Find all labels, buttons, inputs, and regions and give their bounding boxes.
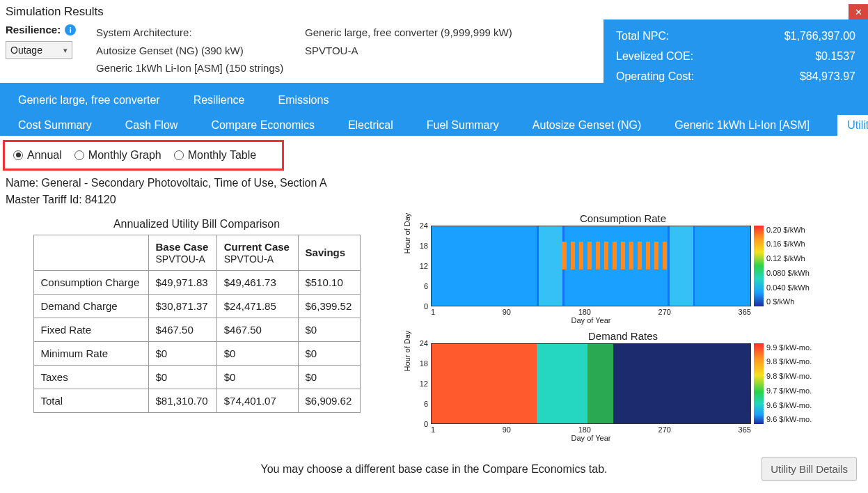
resilience-block: Resilience: i Outage [6,24,89,59]
radio-dot-icon [74,150,84,160]
op-value: $84,973.97 [800,67,855,87]
tab-generic-large-free-converter[interactable]: Generic large, free converter [13,90,166,111]
x-axis: 190180270365 [407,306,751,316]
x-axis: 190180270365 [407,424,751,434]
table-row: Minimum Rate$0$0$0 [33,341,360,365]
table-row: Total$81,310.70$74,401.07$6,909.62 [33,389,360,412]
tariff-name: Name: General - Secondary Photovoltaic, … [6,175,862,191]
heatmap-plot [431,343,751,424]
tab-generic-1kwh-li-ion-asm-[interactable]: Generic 1kWh Li-Ion [ASM] [669,115,815,136]
consumption-rate-chart: Consumption Rate Hour of Day 24181260 [407,212,839,324]
table-row: Demand Charge$30,871.37$24,471.85$6,399.… [33,294,360,318]
arch-line1a: Autosize Genset (NG) (390 kW) [96,42,305,60]
radio-monthly-table[interactable]: Monthly Table [174,149,256,162]
table-title: Annualized Utility Bill Comparison [7,218,386,230]
bill-comparison-table: Base CaseSPVTOU-A Current CaseSPVTOU-A S… [33,235,361,413]
tab-cost-summary[interactable]: Cost Summary [13,115,97,136]
close-button[interactable]: ✕ [849,4,868,19]
charts-block: Consumption Rate Hour of Day 24181260 [407,212,839,448]
legend: 0.20 $/kWh 0.16 $/kWh 0.12 $/kWh 0.080 $… [751,226,828,306]
arch-line0b: Generic large, free converter (9,999,999… [305,24,597,42]
view-mode-radios: Annual Monthly Graph Monthly Table [3,140,284,171]
npc-label: Total NPC: [616,26,669,47]
tariff-info: Name: General - Secondary Photovoltaic, … [0,171,868,212]
tab-electrical[interactable]: Electrical [342,115,399,136]
table-row: Consumption Charge$49,971.83$49,461.73$5… [33,270,360,294]
tab-resilience[interactable]: Resilience [188,90,251,111]
colorbar-icon [754,343,764,424]
summary-box: Total NPC:$1,766,397.00 Levelized COE:$0… [603,19,868,96]
op-label: Operating Cost: [616,67,694,87]
radio-monthly-graph[interactable]: Monthly Graph [74,149,161,162]
coe-value: $0.1537 [815,47,855,67]
header-row: Resilience: i Outage System Architecture… [0,24,868,77]
table-row: Fixed Rate$467.50$467.50$0 [33,318,360,341]
outage-dropdown[interactable]: Outage [6,41,72,59]
info-icon[interactable]: i [65,24,76,36]
y-axis: Hour of Day 24181260 [407,343,431,424]
arch-line2a: Generic 1kWh Li-Ion [ASM] (150 strings) [96,59,305,77]
bill-comparison-block: Annualized Utility Bill Comparison Base … [7,212,386,413]
radio-annual[interactable]: Annual [13,149,62,162]
tab-autosize-genset-ng-[interactable]: Autosize Genset (NG) [527,115,647,136]
radio-dot-icon [13,150,23,160]
y-axis: Hour of Day 24181260 [407,226,431,306]
arch-heading: System Architecture: [96,24,305,42]
tab-fuel-summary[interactable]: Fuel Summary [421,115,505,136]
demand-rates-chart: Demand Rates Hour of Day 24181260 [407,330,839,442]
tariff-id: Master Tariff Id: 84120 [6,191,862,208]
table-row: Taxes$0$0$0 [33,365,360,389]
coe-label: Levelized COE: [616,47,693,67]
window-title: Simulation Results [6,5,104,19]
arch-line1b: SPVTOU-A [305,42,597,60]
outage-value: Outage [10,45,42,56]
footer-text: You may choose a different base case in … [260,463,607,476]
table-header-row: Base CaseSPVTOU-A Current CaseSPVTOU-A S… [33,235,360,270]
npc-value: $1,766,397.00 [784,26,855,47]
legend: 9.9 $/kW-mo. 9.8 $/kW-mo. 9.8 $/kW-mo. 9… [751,343,828,424]
colorbar-icon [754,226,764,306]
tab-cash-flow[interactable]: Cash Flow [120,115,184,136]
tab-utility[interactable]: Utility [837,115,868,136]
close-icon: ✕ [855,7,862,17]
utility-bill-details-button[interactable]: Utility Bill Details [762,457,857,481]
resilience-label: Resilience: [6,24,61,36]
architecture-block: System Architecture: Generic large, free… [96,24,597,77]
tab-compare-economics[interactable]: Compare Economics [205,115,320,136]
heatmap-plot [431,226,751,306]
tab-emissions[interactable]: Emissions [272,90,334,111]
footer: You may choose a different base case in … [0,448,868,484]
radio-dot-icon [174,150,184,160]
